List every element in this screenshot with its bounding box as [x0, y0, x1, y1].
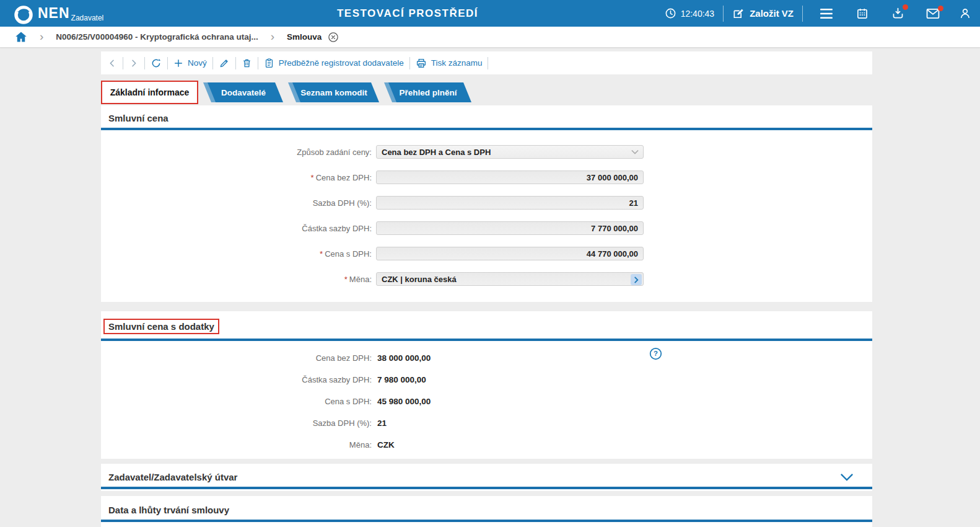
messages-button[interactable] — [926, 8, 940, 19]
tab-seznam-komodit[interactable]: Seznam komodit — [292, 82, 379, 102]
chevron-right-icon — [129, 58, 139, 68]
castka-sazby-dph-input[interactable]: 7 770 000,00 — [376, 221, 644, 235]
breadcrumb-item-contract[interactable]: N006/25/V00004960 - Kryptografická ochra… — [56, 32, 258, 42]
nen-logo[interactable]: NEN Zadavatel — [14, 2, 103, 25]
clock-icon — [665, 7, 676, 19]
logo-subtitle: Zadavatel — [71, 14, 104, 22]
help-icon: ? — [649, 347, 662, 360]
server-time: 12:40:43 — [665, 7, 715, 19]
close-tab-button[interactable] — [328, 32, 339, 43]
home-button[interactable] — [15, 31, 27, 43]
record-toolbar: Nový Předběžně registrovat dodavatele Ti… — [101, 51, 872, 74]
divider — [488, 57, 488, 69]
field-castka-sazby-dph: Částka sazby DPH: 7 770 000,00 — [101, 221, 872, 235]
field-label: Cena s DPH: — [325, 249, 372, 259]
field-label: Částka sazby DPH: — [101, 375, 372, 384]
hamburger-icon — [820, 8, 833, 19]
edit-button[interactable] — [219, 58, 230, 69]
zpusob-zadani-ceny-select[interactable]: Cena bez DPH a Cena s DPH — [376, 145, 644, 159]
field-label: Cena s DPH: — [101, 397, 372, 406]
chevron-down-icon — [840, 473, 854, 481]
section-title: Zadavatel/Zadavatelský útvar — [108, 472, 237, 482]
mena-lookup-button[interactable] — [631, 274, 642, 285]
section-underline — [101, 487, 872, 489]
downloads-button[interactable] — [891, 7, 904, 20]
tab-prehled-plneni[interactable]: Přehled plnění — [388, 82, 471, 102]
field-label: Cena bez DPH: — [316, 173, 372, 182]
nav-back-button[interactable] — [107, 58, 117, 68]
divider — [723, 6, 724, 22]
pencil-icon — [219, 58, 230, 69]
tab-dodavatele[interactable]: Dodavatelé — [208, 82, 283, 102]
new-record-button[interactable]: Nový — [173, 58, 207, 68]
field-sazba-dph: Sazba DPH (%): 21 — [101, 196, 872, 210]
divider — [409, 57, 410, 69]
delete-button[interactable] — [242, 58, 252, 69]
field-label: Měna: — [349, 275, 372, 284]
trash-icon — [242, 58, 252, 69]
svg-text:?: ? — [654, 350, 658, 357]
divider — [212, 57, 213, 69]
calendar-button[interactable] — [856, 7, 868, 20]
field-label: Sazba DPH (%): — [101, 418, 372, 428]
home-icon — [15, 31, 27, 43]
time-value: 12:40:43 — [681, 9, 715, 19]
printer-icon — [416, 58, 427, 69]
print-button[interactable]: Tisk záznamu — [416, 58, 483, 69]
field-cena-bez-dph: *Cena bez DPH: 37 000 000,00 — [101, 170, 872, 184]
field-value: 38 000 000,00 — [377, 353, 431, 363]
refresh-icon — [151, 58, 162, 69]
refresh-button[interactable] — [151, 58, 162, 69]
notification-badge — [938, 6, 943, 11]
mena-lookup-field[interactable]: CZK | koruna česká — [376, 272, 644, 286]
profile-button[interactable] — [959, 7, 971, 20]
environment-title: TESTOVACÍ PROSTŘEDÍ — [337, 0, 478, 27]
person-icon — [959, 7, 971, 20]
field-value: 21 — [377, 418, 387, 428]
tab-zakladni-informace[interactable]: Základní informace — [101, 81, 198, 104]
divider — [167, 57, 168, 69]
divider — [123, 57, 123, 69]
breadcrumb-item-smlouva[interactable]: Smlouva — [287, 32, 322, 42]
section-underline — [101, 520, 872, 522]
sazba-dph-input[interactable]: 21 — [376, 196, 644, 210]
expand-section-button[interactable] — [840, 473, 854, 481]
divider — [144, 57, 145, 69]
help-button[interactable]: ? — [649, 347, 662, 360]
cena-s-dph-input[interactable]: 44 770 000,00 — [376, 247, 644, 260]
close-circle-icon — [328, 32, 339, 43]
readonly-row: Cena s DPH: 45 980 000,00 — [101, 396, 872, 407]
logo-text: NEN — [38, 5, 70, 22]
chevron-right-icon — [634, 277, 639, 283]
field-label: Sazba DPH (%): — [313, 198, 372, 208]
chevron-right-icon: › — [271, 30, 274, 44]
breadcrumb: › N006/25/V00004960 - Kryptografická och… — [0, 27, 980, 48]
nav-forward-button[interactable] — [129, 58, 139, 68]
download-icon — [891, 7, 904, 20]
create-vz-button[interactable]: Založit VZ — [732, 7, 794, 20]
field-value: 7 980 000,00 — [377, 375, 426, 384]
section-title: Data a lhůty trvání smlouvy — [108, 505, 229, 515]
section-title: Smluvní cena — [108, 113, 168, 123]
divider — [258, 57, 258, 69]
chevron-left-icon — [107, 58, 117, 68]
field-label: Částka sazby DPH: — [302, 224, 372, 233]
register-supplier-button[interactable]: Předběžně registrovat dodavatele — [264, 58, 404, 69]
field-value: CZK — [377, 440, 395, 450]
chevron-right-icon: › — [40, 30, 43, 44]
menu-button[interactable] — [820, 8, 833, 19]
nen-logo-icon — [14, 5, 33, 25]
readonly-row: Měna: CZK — [101, 439, 872, 450]
calendar-icon — [856, 7, 868, 20]
field-zpusob-zadani-ceny: Způsob zadání ceny: Cena bez DPH a Cena … — [101, 145, 872, 159]
section-title: Smluvní cena s dodatky — [103, 319, 219, 334]
cena-bez-dph-input[interactable]: 37 000 000,00 — [376, 170, 644, 184]
compose-icon — [732, 7, 745, 20]
clipboard-icon — [264, 58, 274, 69]
section-data-lhuty: Data a lhůty trvání smlouvy — [101, 496, 872, 527]
field-label: Způsob zadání ceny: — [297, 148, 372, 157]
readonly-row: Sazba DPH (%): 21 — [101, 417, 872, 428]
plus-icon — [173, 58, 183, 68]
field-label: Cena bez DPH: — [101, 353, 372, 363]
section-smluvni-cena: Smluvní cena Způsob zadání ceny: Cena be… — [101, 105, 872, 302]
